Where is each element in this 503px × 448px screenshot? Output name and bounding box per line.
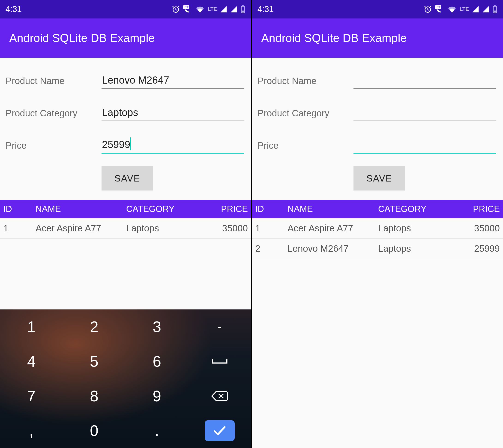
cell-id: 2 <box>255 243 287 254</box>
status-bar: 4:31 LTE LTE <box>0 0 251 18</box>
cell-name: Acer Aspire A77 <box>287 223 378 233</box>
text-caret <box>130 137 131 150</box>
status-bar: 4:31 LTE LTE <box>252 0 503 18</box>
key-2[interactable]: 2 <box>63 309 126 344</box>
signal-icon-2 <box>230 6 237 13</box>
key-.[interactable]: . <box>126 413 188 448</box>
product-form: Product Name Product Category Price SAVE <box>252 58 503 200</box>
product-category-input[interactable] <box>353 105 496 121</box>
status-time: 4:31 <box>257 4 274 14</box>
cell-category: Laptops <box>378 243 454 254</box>
status-time: 4:31 <box>6 4 22 14</box>
cell-price: 35000 <box>202 223 248 233</box>
product-name-input[interactable] <box>353 73 496 89</box>
key-9[interactable]: 9 <box>126 379 188 413</box>
table-body: 1Acer Aspire A77Laptops35000 <box>0 218 251 239</box>
lte-label: LTE <box>460 6 469 12</box>
key--[interactable]: - <box>188 309 251 344</box>
header-price: PRICE <box>454 204 500 214</box>
svg-rect-11 <box>494 11 496 13</box>
status-icons: LTE LTE <box>424 5 497 13</box>
header-name: NAME <box>35 204 126 214</box>
key-7[interactable]: 7 <box>0 379 63 413</box>
table-header: ID NAME CATEGORY PRICE <box>0 200 251 218</box>
cell-name: Lenovo M2647 <box>287 243 378 254</box>
signal-icon-2 <box>482 6 489 13</box>
volte-icon: LTE <box>435 5 444 13</box>
battery-icon <box>240 5 246 13</box>
header-id: ID <box>255 204 287 214</box>
app-bar: Android SQLite DB Example <box>252 18 503 58</box>
key-backspace[interactable] <box>188 379 251 413</box>
svg-text:LTE: LTE <box>436 6 441 9</box>
header-name: NAME <box>287 204 378 214</box>
header-category: CATEGORY <box>378 204 454 214</box>
product-category-input[interactable] <box>102 105 244 121</box>
table-header: ID NAME CATEGORY PRICE <box>252 200 503 218</box>
wifi-icon <box>196 6 204 13</box>
header-price: PRICE <box>202 204 248 214</box>
label-price: Price <box>257 140 353 151</box>
table-row[interactable]: 2Lenovo M2647Laptops25999 <box>252 239 503 259</box>
cell-price: 25999 <box>454 243 500 254</box>
key-,[interactable]: , <box>0 413 63 448</box>
key-8[interactable]: 8 <box>63 379 126 413</box>
alarm-icon <box>424 5 432 13</box>
save-button[interactable]: SAVE <box>353 166 405 191</box>
label-product-category: Product Category <box>257 108 353 118</box>
label-price: Price <box>5 140 102 151</box>
key-4[interactable]: 4 <box>0 344 63 379</box>
signal-icon-1 <box>472 6 479 13</box>
key-space[interactable] <box>188 344 251 379</box>
key-3[interactable]: 3 <box>126 309 188 344</box>
alarm-icon <box>172 5 180 13</box>
signal-icon-1 <box>220 6 227 13</box>
key-5[interactable]: 5 <box>63 344 126 379</box>
numeric-keyboard: 123-456789,0. <box>0 309 251 448</box>
lte-label: LTE <box>208 6 217 12</box>
cell-category: Laptops <box>378 223 454 233</box>
key-0[interactable]: 0 <box>63 413 126 448</box>
table-row[interactable]: 1Acer Aspire A77Laptops35000 <box>252 218 503 239</box>
key-6[interactable]: 6 <box>126 344 188 379</box>
keyboard-grid: 123-456789,0. <box>0 309 251 448</box>
app-title: Android SQLite DB Example <box>261 32 407 45</box>
label-product-category: Product Category <box>5 108 102 118</box>
svg-rect-4 <box>242 5 244 6</box>
label-product-name: Product Name <box>5 76 102 86</box>
app-title: Android SQLite DB Example <box>9 32 155 45</box>
phone-screen-left: 4:31 LTE LTE Android SQLite DB <box>0 0 251 448</box>
table-body: 1Acer Aspire A77Laptops350002Lenovo M264… <box>252 218 503 259</box>
svg-text:LTE: LTE <box>184 6 189 9</box>
product-form: Product Name Product Category Price SAVE <box>0 58 251 200</box>
key-1[interactable]: 1 <box>0 309 63 344</box>
svg-rect-10 <box>494 5 496 6</box>
volte-icon: LTE <box>183 5 192 13</box>
enter-icon <box>205 420 235 441</box>
header-id: ID <box>3 204 35 214</box>
table-row[interactable]: 1Acer Aspire A77Laptops35000 <box>0 218 251 239</box>
header-category: CATEGORY <box>126 204 202 214</box>
label-product-name: Product Name <box>257 76 353 86</box>
save-button[interactable]: SAVE <box>102 166 153 191</box>
price-input[interactable] <box>102 137 244 154</box>
cell-category: Laptops <box>126 223 202 233</box>
status-icons: LTE LTE <box>172 5 246 13</box>
cell-price: 35000 <box>454 223 500 233</box>
product-name-input[interactable] <box>102 73 244 89</box>
cell-name: Acer Aspire A77 <box>35 223 126 233</box>
battery-icon <box>492 5 497 13</box>
price-input[interactable] <box>353 137 496 154</box>
svg-rect-5 <box>242 11 244 13</box>
key-enter[interactable] <box>188 413 251 448</box>
cell-id: 1 <box>255 223 287 233</box>
cell-id: 1 <box>3 223 35 233</box>
app-bar: Android SQLite DB Example <box>0 18 251 58</box>
wifi-icon <box>448 6 456 13</box>
phone-screen-right: 4:31 LTE LTE Android SQLite DB <box>252 0 503 448</box>
